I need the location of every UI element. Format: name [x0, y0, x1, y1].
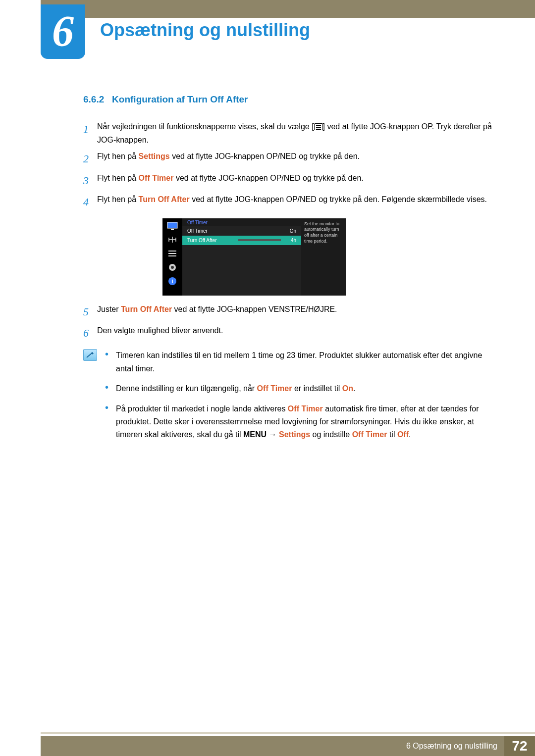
keyword-off-timer: Off Timer	[257, 384, 292, 393]
keyword-menu: MENU	[243, 430, 267, 439]
osd-row-label: Off Timer	[187, 228, 208, 234]
osd-row-turn-off-after: Turn Off After 4h	[182, 236, 301, 245]
note-item-2: • Denne indstilling er kun tilgængelig, …	[105, 382, 494, 395]
osd-row-label: Turn Off After	[187, 238, 216, 243]
text: Flyt hen på	[97, 195, 139, 203]
svg-rect-1	[171, 229, 174, 230]
step-body: Flyt hen på Off Timer ved at flytte JOG-…	[97, 171, 494, 190]
text: Denne indstilling er kun tilgængelig, nå…	[116, 384, 257, 393]
step-list-continued: 5 Juster Turn Off After ved at flytte JO…	[83, 302, 494, 343]
osd-row-value: 4h	[291, 238, 296, 243]
chapter-number-tab: 6	[41, 4, 85, 59]
step-number: 5	[83, 302, 97, 321]
osd-slider	[226, 239, 281, 241]
osd-sidebar-icons: i	[162, 218, 182, 296]
picture-icon	[165, 220, 179, 231]
menu-icon	[314, 123, 323, 130]
bullet-icon: •	[105, 403, 116, 442]
section-heading: 6.6.2 Konfiguration af Turn Off After	[83, 94, 494, 105]
keyword-turn-off-after: Turn Off After	[139, 195, 190, 203]
step-body: Flyt hen på Turn Off After ved at flytte…	[97, 193, 494, 211]
footer-divider	[41, 732, 535, 734]
text: ved at flytte JOG-knappen VENSTRE/HØJRE.	[172, 305, 337, 313]
bullet-icon: •	[105, 382, 116, 395]
step-body: Den valgte mulighed bliver anvendt.	[97, 324, 494, 342]
footer-chapter-label: 6 Opsætning og nulstilling	[406, 736, 504, 756]
text: Flyt hen på	[97, 152, 139, 160]
svg-point-3	[171, 266, 174, 269]
note-icon	[83, 349, 97, 361]
note-body: Denne indstilling er kun tilgængelig, nå…	[116, 382, 494, 395]
step-list: 1 Når vejledningen til funktionsknappern…	[83, 120, 494, 211]
note-body: Timeren kan indstilles til en tid mellem…	[116, 349, 494, 375]
section-number: 6.6.2	[83, 94, 104, 104]
osd-row-off-timer: Off Timer On	[182, 226, 301, 236]
keyword-settings: Settings	[279, 430, 310, 439]
step-5: 5 Juster Turn Off After ved at flytte JO…	[83, 302, 494, 321]
note-list: • Timeren kan indstilles til en tid mell…	[105, 349, 494, 448]
keyword-settings: Settings	[139, 152, 170, 160]
gear-icon	[165, 262, 179, 273]
osd-screenshot: i Off Timer Off Timer On Turn Off After …	[162, 218, 494, 296]
bullet-icon: •	[105, 349, 116, 375]
text: .	[409, 430, 411, 439]
page-content: 6.6.2 Konfiguration af Turn Off After 1 …	[83, 94, 494, 449]
text: Når vejledningen til funktionsknapperne …	[97, 122, 314, 131]
text: Juster	[97, 305, 121, 313]
keyword-off-timer: Off Timer	[352, 430, 387, 439]
svg-text:i: i	[171, 278, 173, 285]
step-body: Flyt hen på Settings ved at flytte JOG-k…	[97, 150, 494, 168]
step-number: 2	[83, 150, 97, 168]
text: .	[353, 384, 355, 393]
note-block: • Timeren kan indstilles til en tid mell…	[83, 349, 494, 448]
info-icon: i	[165, 276, 179, 287]
step-4: 4 Flyt hen på Turn Off After ved at flyt…	[83, 193, 494, 211]
step-number: 1	[83, 120, 97, 147]
keyword-on: On	[342, 384, 353, 393]
text: og indstille	[310, 430, 352, 439]
osd-main: Off Timer Off Timer On Turn Off After 4h	[182, 218, 301, 296]
keyword-off: Off	[397, 430, 409, 439]
step-body: Juster Turn Off After ved at flytte JOG-…	[97, 302, 494, 321]
top-bar	[41, 0, 535, 18]
text: er indstillet til	[292, 384, 342, 393]
step-1: 1 Når vejledningen til funktionsknappern…	[83, 120, 494, 147]
note-item-3: • På produkter til markedet i nogle land…	[105, 403, 494, 442]
step-body: Når vejledningen til funktionsknapperne …	[97, 120, 494, 147]
step-2: 2 Flyt hen på Settings ved at flytte JOG…	[83, 150, 494, 168]
section-title: Konfiguration af Turn Off After	[112, 94, 248, 104]
step-number: 6	[83, 324, 97, 342]
step-number: 3	[83, 171, 97, 190]
arrow-icon: →	[267, 430, 279, 439]
keyword-off-timer: Off Timer	[139, 174, 174, 182]
step-3: 3 Flyt hen på Off Timer ved at flytte JO…	[83, 171, 494, 190]
osd-panel: i Off Timer Off Timer On Turn Off After …	[162, 218, 346, 296]
osd-row-value: On	[290, 228, 296, 234]
footer-page-number: 72	[504, 736, 535, 756]
text: Flyt hen på	[97, 174, 139, 182]
text: ved at flytte JOG-knappen OP/NED og tryk…	[170, 152, 360, 160]
page-footer: 6 Opsætning og nulstilling 72	[41, 736, 535, 756]
svg-rect-0	[167, 222, 177, 228]
text: til	[387, 430, 397, 439]
step-number: 4	[83, 193, 97, 211]
step-6: 6 Den valgte mulighed bliver anvendt.	[83, 324, 494, 342]
osd-help-text: Set the monitor to automatically turn of…	[301, 218, 346, 296]
osd-menu-title: Off Timer	[182, 218, 301, 226]
keyword-off-timer: Off Timer	[288, 404, 323, 413]
resize-icon	[165, 234, 179, 245]
chapter-title: Opsætning og nulstilling	[100, 20, 310, 41]
keyword-turn-off-after: Turn Off After	[121, 305, 172, 313]
text: ved at flytte JOG-knappen OP/NED og tryk…	[190, 195, 487, 203]
text: På produkter til markedet i nogle lande …	[116, 404, 288, 413]
note-item-1: • Timeren kan indstilles til en tid mell…	[105, 349, 494, 375]
note-body: På produkter til markedet i nogle lande …	[116, 403, 494, 442]
text: ved at flytte JOG-knappen OP/NED og tryk…	[173, 174, 363, 182]
list-icon	[165, 248, 179, 259]
